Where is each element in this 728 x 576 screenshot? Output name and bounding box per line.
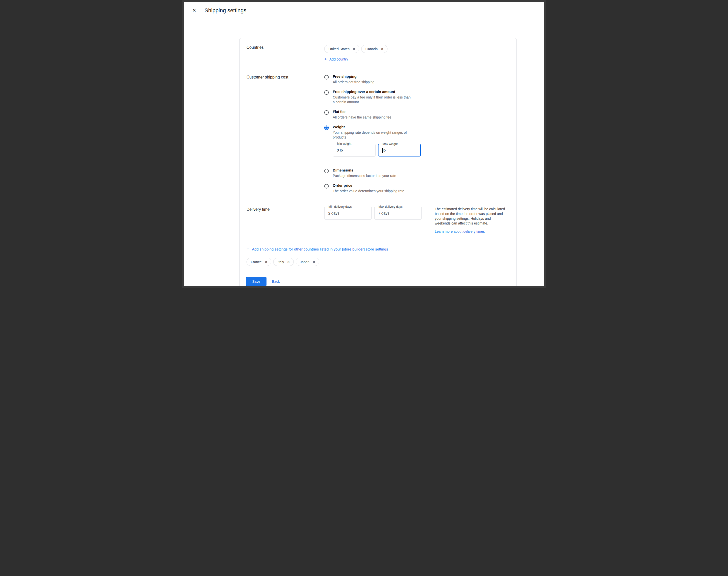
min-weight-field[interactable]: Min weight	[333, 144, 376, 156]
option-order-price[interactable]: Order price The order value determines y…	[324, 183, 509, 194]
min-weight-label: Min weight	[336, 142, 352, 145]
option-title: Dimensions	[333, 168, 396, 172]
back-button[interactable]: Back	[272, 280, 280, 284]
remove-icon[interactable]: ✕	[313, 260, 316, 264]
remove-icon[interactable]: ✕	[265, 260, 268, 264]
close-icon[interactable]: ✕	[192, 8, 197, 13]
delivery-time-section: Delivery time Min delivery days Max deli…	[239, 200, 517, 240]
option-title: Weight	[333, 125, 421, 129]
min-delivery-days-input[interactable]	[324, 207, 372, 219]
remove-icon[interactable]: ✕	[381, 47, 384, 51]
countries-chip-row: United States ✕ Canada ✕	[324, 45, 509, 53]
delivery-help-text: The estimated delivery time will be calc…	[435, 207, 507, 226]
delivery-time-label: Delivery time	[246, 207, 324, 234]
radio-button-selected[interactable]	[324, 125, 329, 130]
max-weight-input[interactable]	[379, 144, 420, 156]
countries-section: Countries United States ✕ Canada ✕ + Add…	[239, 38, 517, 68]
settings-card: Countries United States ✕ Canada ✕ + Add…	[239, 38, 517, 288]
max-weight-field[interactable]: Max weight	[378, 144, 421, 156]
shipping-settings-dialog: ✕ Shipping settings Countries United Sta…	[182, 0, 546, 288]
plus-icon: +	[324, 57, 327, 61]
radio-button[interactable]	[324, 110, 329, 115]
shipping-cost-section: Customer shipping cost Free shipping All…	[239, 68, 517, 200]
option-description: The order value determines your shipping…	[333, 189, 404, 194]
option-dimensions[interactable]: Dimensions Package dimensions factor int…	[324, 168, 509, 178]
country-chip-united-states[interactable]: United States ✕	[324, 45, 359, 53]
option-title: Free shipping	[333, 75, 375, 79]
option-description: All orders get free shipping	[333, 80, 375, 85]
chip-label: Japan	[300, 260, 310, 264]
remove-icon[interactable]: ✕	[287, 260, 290, 264]
countries-label: Countries	[246, 45, 324, 62]
option-description: All orders have the same shipping fee	[333, 115, 391, 120]
option-title: Free shipping over a certain amount	[333, 90, 413, 94]
delivery-fields-row: Min delivery days Max delivery days	[324, 207, 422, 234]
remove-icon[interactable]: ✕	[352, 47, 355, 51]
add-other-countries-label: Add shipping settings for other countrie…	[252, 247, 388, 251]
option-description: Your shipping rate depends on weight ran…	[333, 130, 420, 140]
option-description: Customers pay a fee only if their order …	[333, 95, 413, 105]
option-title: Order price	[333, 183, 404, 188]
add-other-countries-button[interactable]: + Add shipping settings for other countr…	[246, 247, 388, 252]
chip-label: France	[251, 260, 262, 264]
dialog-footer: Save Back	[239, 272, 517, 288]
max-delivery-days-field[interactable]: Max delivery days	[374, 207, 422, 220]
chip-label: Italy	[278, 260, 284, 264]
radio-button[interactable]	[324, 169, 329, 173]
other-countries-chip-row: France ✕ Italy ✕ Japan ✕	[246, 258, 509, 266]
max-weight-label: Max weight	[381, 142, 399, 146]
option-free-over-amount[interactable]: Free shipping over a certain amount Cust…	[324, 90, 509, 105]
option-title: Flat fee	[333, 110, 391, 114]
option-weight[interactable]: Weight Your shipping rate depends on wei…	[324, 125, 509, 163]
plus-icon: +	[246, 247, 250, 252]
radio-button[interactable]	[324, 75, 329, 80]
weight-fields-row: Min weight Max weight	[333, 144, 421, 156]
min-weight-input[interactable]	[333, 144, 375, 156]
delivery-learn-more-link[interactable]: Learn more about delivery times	[435, 230, 485, 233]
add-country-button[interactable]: + Add country	[324, 57, 348, 61]
shipping-cost-label: Customer shipping cost	[246, 75, 324, 194]
country-chip-canada[interactable]: Canada ✕	[361, 45, 387, 53]
save-button[interactable]: Save	[246, 277, 266, 286]
min-delivery-days-field[interactable]: Min delivery days	[324, 207, 372, 220]
max-delivery-days-input[interactable]	[375, 207, 421, 219]
min-delivery-days-label: Min delivery days	[327, 205, 353, 208]
option-free-shipping[interactable]: Free shipping All orders get free shippi…	[324, 75, 509, 85]
max-delivery-days-label: Max delivery days	[377, 205, 404, 208]
country-chip-japan[interactable]: Japan ✕	[296, 258, 319, 266]
chip-label: United States	[328, 47, 349, 51]
option-description: Package dimensions factor into your rate	[333, 173, 396, 178]
add-country-label: Add country	[329, 57, 348, 61]
delivery-help-panel: The estimated delivery time will be calc…	[429, 207, 507, 234]
other-countries-section: + Add shipping settings for other countr…	[239, 240, 517, 272]
page-title: Shipping settings	[204, 7, 246, 14]
country-chip-italy[interactable]: Italy ✕	[273, 258, 293, 266]
option-flat-fee[interactable]: Flat fee All orders have the same shippi…	[324, 110, 509, 120]
chip-label: Canada	[366, 47, 378, 51]
radio-button[interactable]	[324, 184, 329, 189]
dialog-header: ✕ Shipping settings	[184, 2, 544, 19]
country-chip-france[interactable]: France ✕	[246, 258, 271, 266]
radio-button[interactable]	[324, 90, 329, 95]
